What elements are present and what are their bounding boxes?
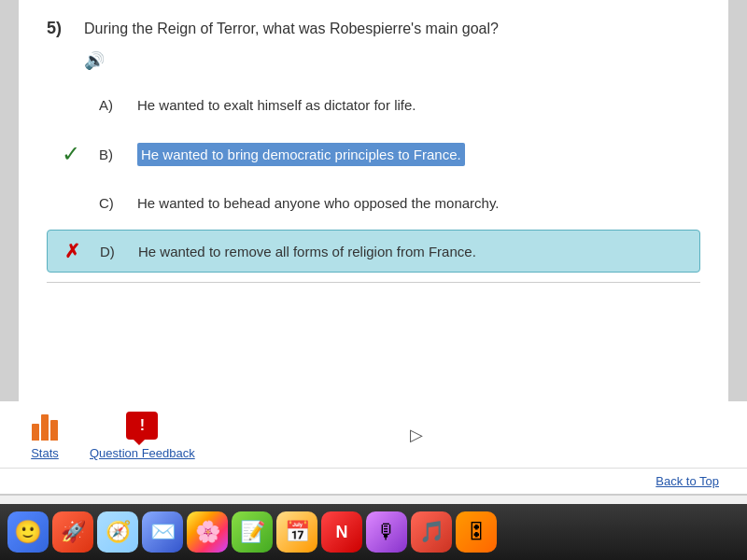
answer-letter-b: B) [99, 147, 122, 162]
answer-text-b: He wanted to bring democratic principles… [137, 143, 465, 166]
safari-app[interactable]: 🧭 [97, 511, 138, 553]
answer-text-d: He wanted to remove all forms of religio… [138, 242, 476, 261]
answer-text-a: He wanted to exalt himself as dictator f… [137, 95, 416, 115]
cursor-position: ▷ [410, 425, 423, 445]
podcast-app[interactable]: 🎙 [366, 511, 407, 553]
answer-row-d[interactable]: ✗ D) He wanted to remove all forms of re… [47, 230, 700, 273]
feedback-bubble-icon: ! [126, 412, 158, 440]
checkmark-icon: ✓ [62, 141, 80, 167]
question-number: 5) [47, 19, 75, 38]
bar3 [50, 420, 58, 441]
back-to-top-link[interactable]: Back to Top [655, 474, 719, 488]
speaker-icon[interactable]: 🔊 [84, 50, 105, 71]
bottom-actions: Stats ! Question Feedback ▷ [0, 401, 747, 468]
answer-row-a[interactable]: A) He wanted to exalt himself as dictato… [47, 86, 700, 124]
music-app[interactable]: 🎵 [411, 511, 452, 553]
bar2 [41, 414, 49, 441]
taskbar: 🙂 🚀 🧭 ✉️ 🌸 📝 📅 N 🎙 🎵 🎛 [0, 504, 747, 560]
feedback-exclaim: ! [140, 417, 145, 434]
feedback-icon: ! [125, 409, 159, 442]
stats-label[interactable]: Stats [31, 446, 59, 460]
answer-row-b[interactable]: ✓ B) He wanted to bring democratic princ… [47, 132, 700, 176]
content-divider [47, 282, 700, 283]
photos-app[interactable]: 🌸 [187, 511, 228, 553]
waveform-app[interactable]: 🎛 [456, 511, 497, 553]
answer-letter-a: A) [99, 97, 122, 113]
stats-action[interactable]: Stats [28, 409, 62, 460]
stats-icon [28, 409, 62, 442]
calendar-app[interactable]: 📅 [276, 511, 317, 553]
back-to-top-row: Back to Top [0, 468, 747, 494]
feedback-label[interactable]: Question Feedback [90, 446, 195, 460]
mail-app[interactable]: ✉️ [142, 511, 183, 553]
bar1 [32, 424, 39, 441]
answer-row-c[interactable]: C) He wanted to behead anyone who oppose… [47, 184, 700, 222]
answer-letter-d: D) [100, 244, 123, 259]
finder-app[interactable]: 🙂 [7, 511, 49, 553]
crossmark-icon: ✗ [64, 240, 80, 262]
answer-marker-b: ✓ [58, 141, 84, 167]
answer-letter-c: C) [99, 195, 122, 211]
notes-app[interactable]: 📝 [232, 511, 273, 553]
question-text: During the Reign of Terror, what was Rob… [84, 19, 499, 39]
news-app[interactable]: N [321, 511, 362, 553]
answer-marker-d: ✗ [59, 240, 85, 262]
answer-text-c: He wanted to behead anyone who opposed t… [137, 193, 500, 213]
feedback-action[interactable]: ! Question Feedback [90, 409, 195, 460]
launchpad-app[interactable]: 🚀 [52, 511, 93, 553]
